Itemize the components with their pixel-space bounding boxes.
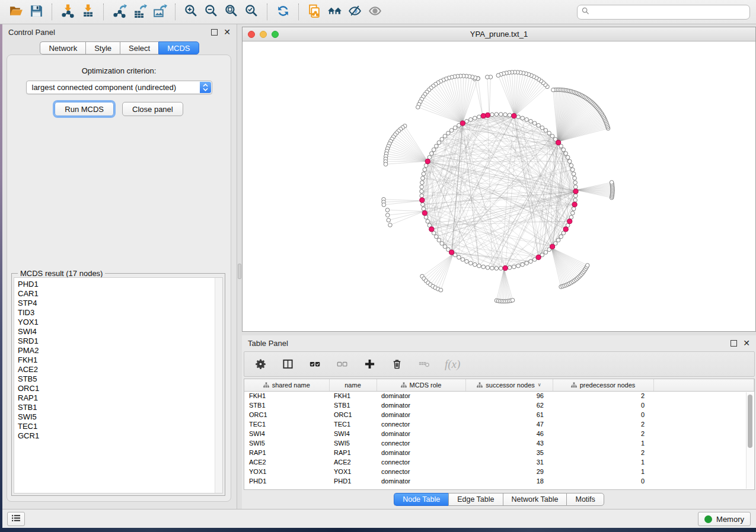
close-window-icon[interactable] (248, 31, 255, 38)
mcds-result-item[interactable]: ORC1 (18, 384, 222, 393)
table-scrollbar[interactable] (746, 392, 754, 489)
cell-predecessor-nodes[interactable]: 1 (553, 467, 653, 476)
zoom-in-button[interactable] (181, 2, 201, 22)
graph-node[interactable] (437, 140, 441, 145)
tab-network-table[interactable]: Network Table (503, 493, 567, 506)
graph-mcds-hub-node[interactable] (425, 159, 430, 164)
run-mcds-button[interactable]: Run MCDS (55, 102, 114, 116)
graph-node[interactable] (529, 259, 533, 264)
cell-mcds-role[interactable]: dominator (377, 429, 465, 438)
graph-node[interactable] (423, 168, 427, 172)
cell-successor-nodes[interactable]: 29 (465, 467, 553, 476)
import-table-button[interactable] (78, 2, 98, 22)
graph-leaf-node[interactable] (384, 162, 388, 166)
mcds-result-item[interactable]: CAR1 (18, 289, 222, 299)
cell-successor-nodes[interactable]: 18 (465, 476, 553, 486)
cell-name[interactable]: ORC1 (329, 410, 377, 419)
cell-name[interactable]: PHD1 (329, 476, 377, 486)
graph-node[interactable] (570, 211, 575, 215)
tab-node-table[interactable]: Node Table (394, 493, 448, 506)
optimization-criterion-select[interactable]: largest connected component (undirected) (26, 81, 212, 94)
new-network-from-selection-button[interactable] (304, 2, 324, 22)
graph-node[interactable] (508, 265, 512, 270)
mcds-result-item[interactable]: PMA2 (18, 346, 222, 355)
close-table-panel-icon[interactable]: ✕ (743, 340, 750, 347)
first-neighbors-button[interactable] (324, 2, 344, 22)
graph-mcds-hub-node[interactable] (429, 227, 434, 232)
graph-mcds-hub-node[interactable] (449, 250, 454, 255)
float-table-panel-icon[interactable] (731, 340, 737, 347)
col-header-name[interactable]: name (329, 379, 377, 391)
graph-node[interactable] (473, 262, 477, 267)
cell-predecessor-nodes[interactable]: 0 (553, 400, 653, 410)
mcds-result-item[interactable]: YOX1 (18, 318, 222, 327)
cell-shared-name[interactable]: FKH1 (244, 391, 329, 400)
graph-node[interactable] (469, 118, 473, 122)
graph-mcds-hub-node[interactable] (573, 189, 578, 194)
table-row[interactable]: SWI4SWI4dominator462 (244, 429, 754, 438)
graph-mcds-hub-node[interactable] (481, 113, 486, 118)
delete-icon[interactable] (390, 358, 403, 371)
graph-mcds-hub-node[interactable] (460, 121, 465, 126)
graph-node[interactable] (537, 123, 541, 127)
graph-mcds-hub-node[interactable] (567, 219, 572, 224)
graph-node[interactable] (422, 172, 426, 176)
table-row[interactable]: YOX1YOX1connector291 (244, 467, 754, 476)
graph-mcds-hub-node[interactable] (536, 255, 541, 259)
graph-node[interactable] (481, 265, 486, 269)
graph-node[interactable] (562, 148, 566, 152)
graph-node[interactable] (566, 155, 570, 159)
mcds-result-list[interactable]: PHD1CAR1STP4TID3YOX1SWI4SRD1PMA2FKH1ACE2… (14, 277, 223, 493)
graph-leaf-node[interactable] (610, 181, 614, 185)
column-view-icon[interactable] (281, 358, 294, 371)
graph-node[interactable] (477, 115, 481, 119)
table-row[interactable]: ACE2ACE2connector311 (244, 457, 754, 467)
cell-shared-name[interactable]: PHD1 (244, 476, 329, 486)
zoom-out-button[interactable] (201, 2, 221, 22)
cell-mcds-role[interactable]: connector (377, 457, 465, 467)
graph-node[interactable] (564, 152, 568, 156)
cell-mcds-role[interactable]: connector (377, 467, 465, 476)
col-header-predecessor-nodes[interactable]: predecessor nodes (553, 379, 653, 391)
splitter-grabber[interactable] (238, 264, 241, 279)
graph-node[interactable] (420, 185, 424, 189)
graph-node[interactable] (424, 164, 428, 168)
save-session-button[interactable] (26, 2, 46, 22)
graph-node[interactable] (521, 116, 525, 120)
cell-mcds-role[interactable]: connector (377, 419, 465, 429)
graph-node[interactable] (435, 235, 439, 239)
tab-motifs[interactable]: Motifs (566, 493, 604, 506)
graph-mcds-hub-node[interactable] (503, 265, 508, 270)
graph-node[interactable] (465, 259, 469, 264)
graph-node[interactable] (446, 131, 451, 135)
table-row[interactable]: ORC1ORC1dominator610 (244, 410, 754, 419)
cell-shared-name[interactable]: STB1 (244, 400, 329, 410)
table-row[interactable]: SWI5SWI5connector431 (244, 438, 754, 448)
graph-node[interactable] (544, 251, 548, 255)
graph-node[interactable] (529, 119, 533, 123)
graph-leaf-node[interactable] (385, 208, 390, 212)
graph-node[interactable] (440, 242, 444, 246)
graph-node[interactable] (559, 235, 563, 239)
graph-node[interactable] (486, 265, 490, 270)
table-scrollbar-thumb[interactable] (748, 395, 752, 448)
graph-node[interactable] (525, 118, 529, 122)
graph-node[interactable] (440, 137, 444, 142)
graph-node[interactable] (424, 215, 428, 219)
graph-mcds-hub-node[interactable] (550, 244, 555, 249)
graph-node[interactable] (540, 126, 544, 130)
table-row[interactable]: STB1STB1dominator620 (244, 400, 754, 410)
hide-selection-button[interactable] (344, 2, 365, 22)
cell-mcds-role[interactable]: dominator (377, 448, 465, 457)
graph-node[interactable] (521, 262, 525, 267)
graph-mcds-hub-node[interactable] (512, 113, 516, 118)
cell-predecessor-nodes[interactable]: 2 (553, 429, 653, 438)
cell-successor-nodes[interactable]: 96 (465, 391, 553, 400)
col-header-successor-nodes[interactable]: successor nodes∨ (465, 379, 553, 391)
cell-name[interactable]: ACE2 (329, 457, 377, 467)
graph-leaf-node[interactable] (511, 298, 515, 302)
graph-node[interactable] (421, 203, 425, 207)
graph-leaf-node[interactable] (496, 73, 500, 78)
tab-network[interactable]: Network (40, 41, 85, 55)
cell-predecessor-nodes[interactable]: 2 (553, 391, 653, 400)
